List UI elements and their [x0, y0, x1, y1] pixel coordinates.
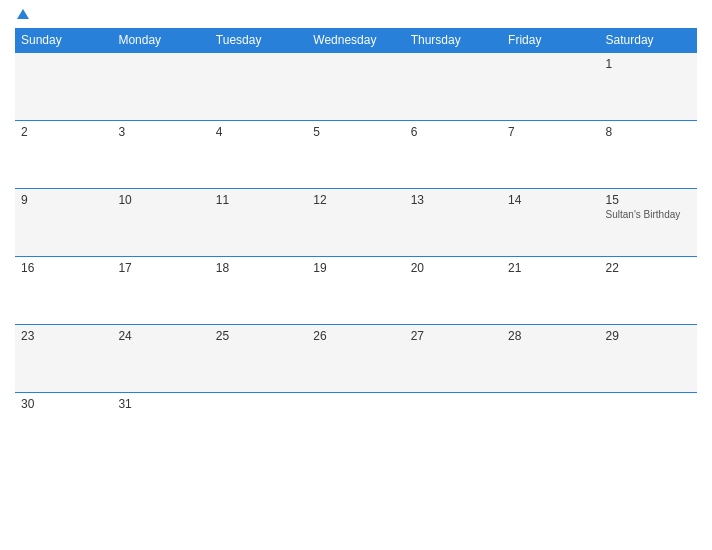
calendar-cell: 22: [600, 257, 697, 325]
day-number: 20: [411, 261, 496, 275]
weekday-header-tuesday: Tuesday: [210, 28, 307, 53]
calendar-cell: 2: [15, 121, 112, 189]
day-number: 6: [411, 125, 496, 139]
calendar-cell: 31: [112, 393, 209, 461]
calendar-cell: [405, 393, 502, 461]
calendar-header-row: SundayMondayTuesdayWednesdayThursdayFrid…: [15, 28, 697, 53]
calendar-cell: [405, 53, 502, 121]
day-number: 21: [508, 261, 593, 275]
calendar-cell: 19: [307, 257, 404, 325]
calendar-cell: 7: [502, 121, 599, 189]
logo-triangle-icon: [17, 9, 29, 19]
day-number: 22: [606, 261, 691, 275]
calendar-cell: 25: [210, 325, 307, 393]
calendar-cell: 1: [600, 53, 697, 121]
calendar-cell: 20: [405, 257, 502, 325]
calendar-cell: 8: [600, 121, 697, 189]
day-number: 16: [21, 261, 106, 275]
day-number: 1: [606, 57, 691, 71]
calendar-cell: 30: [15, 393, 112, 461]
calendar-table: SundayMondayTuesdayWednesdayThursdayFrid…: [15, 28, 697, 461]
day-number: 10: [118, 193, 203, 207]
calendar-cell: 5: [307, 121, 404, 189]
day-number: 31: [118, 397, 203, 411]
day-number: 30: [21, 397, 106, 411]
day-number: 26: [313, 329, 398, 343]
day-number: 23: [21, 329, 106, 343]
day-number: 19: [313, 261, 398, 275]
calendar-cell: 23: [15, 325, 112, 393]
calendar-week-row: 2345678: [15, 121, 697, 189]
day-number: 14: [508, 193, 593, 207]
calendar-cell: 12: [307, 189, 404, 257]
day-number: 2: [21, 125, 106, 139]
weekday-header-wednesday: Wednesday: [307, 28, 404, 53]
calendar-cell: 26: [307, 325, 404, 393]
calendar-cell: 9: [15, 189, 112, 257]
day-number: 29: [606, 329, 691, 343]
day-number: 8: [606, 125, 691, 139]
calendar-cell: [210, 393, 307, 461]
calendar-cell: [502, 53, 599, 121]
calendar-week-row: 1: [15, 53, 697, 121]
calendar-header: [15, 10, 697, 20]
day-number: 18: [216, 261, 301, 275]
event-text: Sultan's Birthday: [606, 209, 691, 221]
day-number: 25: [216, 329, 301, 343]
calendar-cell: 16: [15, 257, 112, 325]
calendar-cell: [15, 53, 112, 121]
day-number: 4: [216, 125, 301, 139]
calendar-cell: [307, 53, 404, 121]
day-number: 28: [508, 329, 593, 343]
calendar-cell: 10: [112, 189, 209, 257]
calendar-cell: 24: [112, 325, 209, 393]
day-number: 9: [21, 193, 106, 207]
logo: [15, 10, 29, 20]
calendar-cell: 4: [210, 121, 307, 189]
calendar-week-row: 23242526272829: [15, 325, 697, 393]
calendar-cell: 3: [112, 121, 209, 189]
calendar-cell: 15Sultan's Birthday: [600, 189, 697, 257]
calendar-cell: 13: [405, 189, 502, 257]
calendar-cell: [112, 53, 209, 121]
calendar-week-row: 9101112131415Sultan's Birthday: [15, 189, 697, 257]
calendar-week-row: 16171819202122: [15, 257, 697, 325]
day-number: 24: [118, 329, 203, 343]
day-number: 3: [118, 125, 203, 139]
day-number: 11: [216, 193, 301, 207]
day-number: 5: [313, 125, 398, 139]
day-number: 12: [313, 193, 398, 207]
day-number: 27: [411, 329, 496, 343]
calendar-cell: 6: [405, 121, 502, 189]
calendar-cell: 11: [210, 189, 307, 257]
calendar-cell: 14: [502, 189, 599, 257]
weekday-header-row: SundayMondayTuesdayWednesdayThursdayFrid…: [15, 28, 697, 53]
calendar-week-row: 3031: [15, 393, 697, 461]
calendar-cell: 21: [502, 257, 599, 325]
day-number: 17: [118, 261, 203, 275]
calendar-cell: [600, 393, 697, 461]
calendar-body: 123456789101112131415Sultan's Birthday16…: [15, 53, 697, 461]
day-number: 15: [606, 193, 691, 207]
calendar-cell: 27: [405, 325, 502, 393]
calendar-cell: 17: [112, 257, 209, 325]
weekday-header-monday: Monday: [112, 28, 209, 53]
weekday-header-saturday: Saturday: [600, 28, 697, 53]
day-number: 13: [411, 193, 496, 207]
weekday-header-friday: Friday: [502, 28, 599, 53]
calendar-cell: [502, 393, 599, 461]
calendar-cell: [210, 53, 307, 121]
calendar-cell: 28: [502, 325, 599, 393]
day-number: 7: [508, 125, 593, 139]
weekday-header-sunday: Sunday: [15, 28, 112, 53]
calendar-container: SundayMondayTuesdayWednesdayThursdayFrid…: [0, 0, 712, 550]
calendar-cell: [307, 393, 404, 461]
calendar-cell: 18: [210, 257, 307, 325]
calendar-cell: 29: [600, 325, 697, 393]
weekday-header-thursday: Thursday: [405, 28, 502, 53]
